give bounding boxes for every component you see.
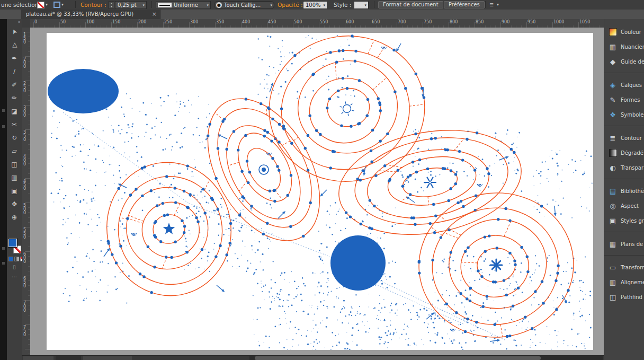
panel-item-transparence[interactable]: ◐Transpar <box>609 161 644 174</box>
panel-item-pathfinder[interactable]: ◫Pathfind <box>609 291 644 303</box>
stroke-weight-label[interactable]: Contour : <box>80 2 106 8</box>
panel-item-label: Aspect <box>621 203 639 209</box>
nuancier-icon: ▦ <box>609 43 617 51</box>
stroke-swatch-caret-icon[interactable]: ▾ <box>46 2 48 7</box>
brush-icon: ● <box>216 2 222 8</box>
separator <box>374 1 374 8</box>
scale-tool[interactable]: ▱ <box>9 146 20 156</box>
direct-selection-tool-icon: ▷ <box>9 42 20 47</box>
panel-separator <box>604 179 644 179</box>
panel-item-alignement[interactable]: ▥Aligneme <box>609 276 644 288</box>
zoom-tool[interactable]: ⊕ <box>9 212 20 223</box>
panel-item-label: Transform <box>621 265 644 270</box>
panel-separator <box>604 255 644 256</box>
gradient-mode-button[interactable] <box>14 257 19 261</box>
v-ruler: 150200250300350400450500550600650700750 <box>22 28 31 355</box>
glyph-options-caret-icon[interactable]: ▾ <box>497 2 499 7</box>
hand-tool[interactable]: ✥ <box>9 199 20 209</box>
panel-item-degrade[interactable]: Dégradé <box>609 146 644 159</box>
panel-item-label: Aligneme <box>621 279 644 285</box>
toolbar-collapse-icon[interactable]: » <box>18 20 21 24</box>
rotate-tool[interactable]: ↻ <box>9 133 20 143</box>
h-ruler-label: 550 <box>320 20 328 24</box>
panel-item-label: Dégradé <box>621 150 643 156</box>
h-ruler-label: 350 <box>216 20 224 24</box>
shape-builder-tool-icon: ◫ <box>11 159 17 170</box>
h-ruler-label: 800 <box>450 20 458 24</box>
stroke-weight-select[interactable]: 0,25 pt▾ <box>115 1 147 9</box>
canvas-viewport[interactable] <box>30 28 604 355</box>
pencil-tool[interactable]: ✏ <box>9 93 20 103</box>
transparence-icon: ◐ <box>609 164 617 172</box>
panel-separator <box>604 126 644 126</box>
v-ruler-label: 750 <box>23 326 26 337</box>
h-ruler-label: 150 <box>112 20 120 24</box>
panel-item-calques[interactable]: ◈Calques <box>609 78 644 91</box>
h-ruler-label: 0 <box>34 20 37 24</box>
artboard-tool[interactable]: ▣ <box>9 186 20 196</box>
fill-swatch[interactable] <box>8 239 17 247</box>
panel-item-couleur[interactable]: Couleur <box>609 25 644 38</box>
pen-tool-icon: ✒ <box>12 53 17 64</box>
opacity-select[interactable]: 100%▾ <box>303 1 327 9</box>
panel-item-label: Bibliothè <box>621 188 644 194</box>
line-segment-tool[interactable]: ∕ <box>9 66 20 77</box>
document-tab-title: plateau.ai* @ 33,33% (RVB/Aperçu GPU) <box>26 11 133 17</box>
dropdown-caret-icon: ▾ <box>321 3 327 7</box>
fill-color-swatch[interactable] <box>53 2 60 8</box>
shape-builder-tool[interactable]: ◫ <box>9 159 20 170</box>
style-select[interactable]: ▾ <box>354 1 369 9</box>
panel-item-bibliotheques[interactable]: ▤Bibliothè <box>609 185 644 197</box>
pen-tool[interactable]: ✒ <box>9 53 20 64</box>
document-tab[interactable]: plateau.ai* @ 33,33% (RVB/Aperçu GPU) × <box>21 10 160 19</box>
tab-close-icon[interactable]: × <box>152 11 157 17</box>
separator <box>485 1 486 8</box>
panel-item-symboles[interactable]: ❖Symbole <box>609 108 644 121</box>
paintbrush-tool[interactable]: ✐ <box>9 80 20 90</box>
opacity-value: 100% <box>303 2 321 8</box>
artboard-tool-icon: ▣ <box>11 186 17 196</box>
degrade-icon <box>609 149 617 157</box>
h-scrollbar-thumb[interactable] <box>255 356 541 360</box>
panel-item-aspect[interactable]: ◎Aspect <box>609 199 644 212</box>
zoom-control[interactable] <box>23 356 53 360</box>
eraser-tool[interactable]: ◪ <box>9 106 20 117</box>
screen-mode-button[interactable]: … <box>9 273 20 278</box>
canvas-artwork[interactable] <box>30 28 604 355</box>
glyph-options-icon[interactable]: ≣ <box>489 2 494 7</box>
panel-item-label: Styles gr <box>621 218 644 224</box>
panel-item-guide-des-couleurs[interactable]: ◆Guide de <box>609 55 644 68</box>
selection-tool[interactable]: ➤ <box>9 27 20 37</box>
panel-item-styles-graphiques[interactable]: ▣Styles gr <box>609 214 644 227</box>
v-ruler-label: 250 <box>23 82 26 93</box>
plans-de-travail-icon: ▦ <box>609 240 617 248</box>
artboard-navigation[interactable] <box>56 356 81 360</box>
fill-swatch-caret-icon[interactable]: ▾ <box>61 2 64 7</box>
panel-item-plans-de-travail[interactable]: ▦Plans de <box>609 238 644 250</box>
panel-item-nuancier[interactable]: ▦Nuancier <box>609 40 644 53</box>
stroke-weight-stepper[interactable]: ▴▾ <box>109 1 114 9</box>
direct-selection-tool[interactable]: ▷ <box>9 40 20 50</box>
stepper-down-icon[interactable]: ▾ <box>111 5 112 8</box>
brush-definition-select[interactable]: ●Touch Callig...▾ <box>214 1 274 9</box>
panel-item-contour[interactable]: ≣Contour <box>609 131 644 144</box>
panel-item-formes[interactable]: ✎Formes <box>609 93 644 106</box>
width-profile-select[interactable]: Uniforme▾ <box>156 1 211 9</box>
scissors-tool-icon: ✂ <box>12 119 17 130</box>
h-ruler-label: 50 <box>60 20 66 24</box>
h-ruler-label: 1050 <box>579 20 590 24</box>
stroke-none-swatch[interactable] <box>37 2 44 8</box>
draw-mode-button[interactable]: ▯ <box>9 264 20 270</box>
h-ruler-label: 950 <box>527 20 535 24</box>
graph-tool-icon: ▥ <box>11 172 17 183</box>
graph-tool[interactable]: ▥ <box>9 172 20 183</box>
ruler-corner <box>22 19 31 28</box>
opacity-label[interactable]: Opacité : <box>278 2 303 8</box>
color-mode-button[interactable] <box>8 257 13 261</box>
h-scrollbar[interactable] <box>249 356 603 360</box>
scissors-tool[interactable]: ✂ <box>9 119 20 130</box>
preferences-button[interactable]: Préférences <box>444 1 485 8</box>
document-setup-button[interactable]: Format de document <box>378 1 443 8</box>
fill-stroke-control[interactable] <box>8 239 21 253</box>
panel-item-transformation[interactable]: ▭Transform <box>609 261 644 274</box>
